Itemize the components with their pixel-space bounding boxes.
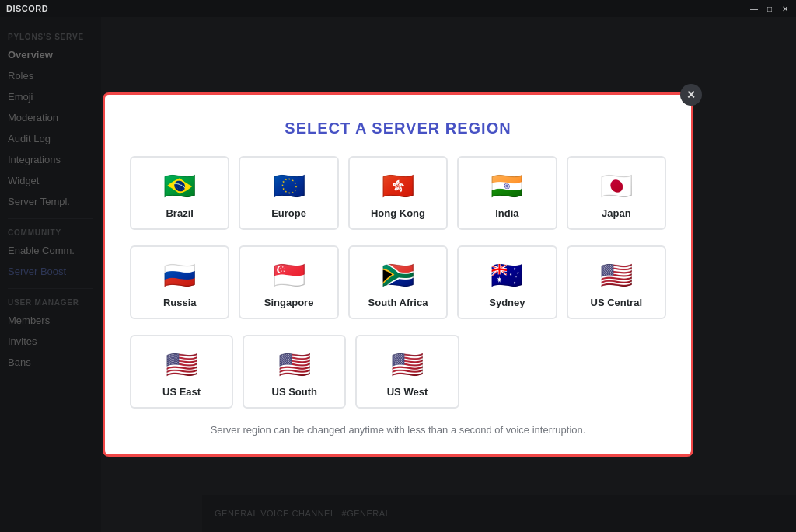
region-name-japan: Japan bbox=[602, 207, 631, 219]
flag-us-central: 🇺🇸 bbox=[595, 259, 638, 290]
region-name-hong-kong: Hong Kong bbox=[371, 207, 425, 219]
server-region-modal: ✕ SELECT A SERVER REGION 🇧🇷 Brazil 🇪🇺 Eu… bbox=[103, 92, 693, 457]
region-card-hong-kong[interactable]: 🇭🇰 Hong Kong bbox=[348, 156, 448, 230]
region-card-us-east[interactable]: 🇺🇸 US East bbox=[130, 335, 233, 409]
region-card-brazil[interactable]: 🇧🇷 Brazil bbox=[130, 156, 229, 230]
flag-india: 🇮🇳 bbox=[485, 170, 529, 201]
region-name-south-africa: South Africa bbox=[368, 297, 428, 308]
window-close-button[interactable]: ✕ bbox=[780, 4, 790, 13]
flag-japan: 🇯🇵 bbox=[595, 170, 638, 201]
titlebar: DISCORD — □ ✕ bbox=[0, 0, 796, 17]
region-grid-row2: 🇷🇺 Russia 🇸🇬 Singapore 🇿🇦 South Africa 🇦… bbox=[130, 245, 666, 319]
modal-title: SELECT A SERVER REGION bbox=[130, 120, 666, 137]
minimize-button[interactable]: — bbox=[749, 4, 759, 13]
region-card-russia[interactable]: 🇷🇺 Russia bbox=[130, 245, 229, 319]
window-controls: — □ ✕ bbox=[749, 4, 790, 13]
modal-close-button[interactable]: ✕ bbox=[680, 84, 702, 106]
region-name-singapore: Singapore bbox=[264, 297, 314, 308]
flag-us-west: 🇺🇸 bbox=[386, 349, 429, 380]
modal-overlay[interactable]: ✕ SELECT A SERVER REGION 🇧🇷 Brazil 🇪🇺 Eu… bbox=[0, 17, 796, 532]
region-grid-row3: 🇺🇸 US East 🇺🇸 US South 🇺🇸 US West bbox=[130, 335, 666, 409]
region-name-europe: Europe bbox=[271, 207, 306, 219]
flag-hong-kong: 🇭🇰 bbox=[376, 170, 420, 201]
flag-singapore: 🇸🇬 bbox=[267, 259, 311, 290]
maximize-button[interactable]: □ bbox=[765, 4, 774, 13]
region-card-singapore[interactable]: 🇸🇬 Singapore bbox=[239, 245, 338, 319]
region-card-us-west[interactable]: 🇺🇸 US West bbox=[355, 335, 459, 409]
region-card-us-central[interactable]: 🇺🇸 US Central bbox=[567, 245, 666, 319]
flag-us-east: 🇺🇸 bbox=[160, 349, 204, 380]
region-card-india[interactable]: 🇮🇳 India bbox=[457, 156, 557, 230]
flag-sydney: 🇦🇺 bbox=[485, 259, 529, 290]
region-name-sydney: Sydney bbox=[489, 297, 525, 308]
region-name-brazil: Brazil bbox=[166, 207, 193, 219]
region-name-us-south: US South bbox=[272, 386, 318, 398]
region-name-russia: Russia bbox=[163, 297, 197, 308]
flag-us-south: 🇺🇸 bbox=[273, 349, 316, 380]
modal-footer: Server region can be changed anytime wit… bbox=[130, 424, 666, 436]
region-name-us-west: US West bbox=[387, 386, 428, 398]
region-name-india: India bbox=[495, 207, 518, 219]
region-name-us-central: US Central bbox=[591, 297, 642, 308]
region-card-south-africa[interactable]: 🇿🇦 South Africa bbox=[348, 245, 448, 319]
region-card-us-south[interactable]: 🇺🇸 US South bbox=[243, 335, 346, 409]
region-card-japan[interactable]: 🇯🇵 Japan bbox=[567, 156, 666, 230]
flag-russia: 🇷🇺 bbox=[158, 259, 201, 290]
flag-europe: 🇪🇺 bbox=[267, 170, 311, 201]
region-grid-row1: 🇧🇷 Brazil 🇪🇺 Europe 🇭🇰 Hong Kong 🇮🇳 bbox=[130, 156, 666, 230]
flag-brazil: 🇧🇷 bbox=[158, 170, 201, 201]
region-card-sydney[interactable]: 🇦🇺 Sydney bbox=[457, 245, 557, 319]
region-name-us-east: US East bbox=[162, 386, 201, 398]
flag-south-africa: 🇿🇦 bbox=[376, 259, 420, 290]
region-card-europe[interactable]: 🇪🇺 Europe bbox=[239, 156, 338, 230]
app-title: DISCORD bbox=[6, 4, 48, 13]
